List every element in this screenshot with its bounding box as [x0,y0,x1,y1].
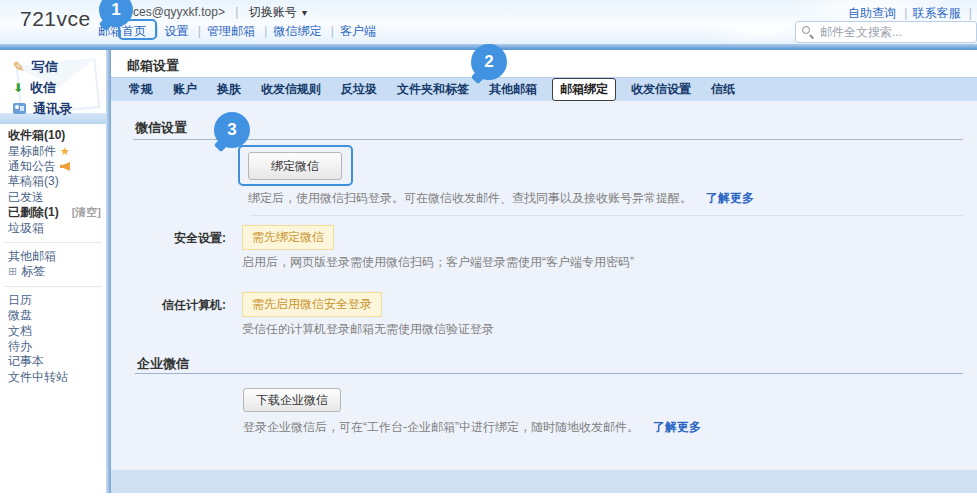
nav-manage-mailbox[interactable]: 管理邮箱 [192,24,255,38]
folder-list: 收件箱(10) 星标邮件 ★ 通知公告 草稿箱(3) 已发送 已删除(1) [清… [0,128,106,385]
footer-bar [111,470,977,493]
folder-deleted[interactable]: 已删除(1) [清空] [0,205,106,220]
link-help-center[interactable]: 帮助中心 [964,6,977,20]
account-row: ces@qyyxkf.top> | 切换账号 ▾ [133,4,307,21]
wechat-section-title: 微信设置 [135,119,187,137]
contacts-button[interactable]: 通讯录 [0,98,106,119]
tab-mail-rules[interactable]: 收发信规则 [256,79,326,100]
folder-junk-label: 垃圾箱 [8,220,44,237]
security-settings-label: 安全设置: [131,230,226,247]
sidebar-item-disk[interactable]: 微盘 [0,308,106,323]
clear-deleted-button[interactable]: [清空] [72,205,101,220]
folder-announcements[interactable]: 通知公告 [0,159,106,174]
sidebar-item-notebook[interactable]: 记事本 [0,354,106,369]
folder-tags[interactable]: ⊞ 标签 [0,264,106,279]
separator: | [235,5,238,19]
speaker-icon [60,162,70,171]
section-underline [133,139,963,140]
step-3-badge: 3 [214,112,250,148]
pencil-icon: ✎ [13,60,25,74]
folder-other-mailbox[interactable]: 其他邮箱 [0,249,106,264]
chevron-down-icon: ▾ [302,7,307,18]
tab-folders-tags[interactable]: 文件夹和标签 [392,79,474,100]
expand-icon: ⊞ [8,265,17,278]
folder-sent[interactable]: 已发送 [0,190,106,205]
wechat-learn-more-link[interactable]: 了解更多 [706,191,754,205]
link-contact-support[interactable]: 联系客服 [899,6,960,20]
page-title: 邮箱设置 [127,57,179,75]
tab-mailbox-binding[interactable]: 邮箱绑定 [552,78,616,101]
folder-junk[interactable]: 垃圾箱 [0,220,106,235]
nav-client[interactable]: 客户端 [325,24,376,38]
settings-tabbar: 常规 账户 换肤 收发信规则 反垃圾 文件夹和标签 其他邮箱 邮箱绑定 收发信设… [111,77,977,101]
sidebar: ✎ 写信 ⬇ 收信 通讯录 收件箱(10) 星标邮件 ★ 通知公告 [0,50,106,493]
trusted-status-badge: 需先启用微信安全登录 [242,292,382,317]
brand-logo: 721vce [20,7,91,31]
folder-drafts[interactable]: 草稿箱(3) [0,174,106,189]
compose-label: 写信 [32,58,58,76]
divider [4,242,102,243]
compose-mail-button[interactable]: ✎ 写信 [0,56,106,77]
search-icon [802,26,810,34]
divider [4,286,102,287]
enterprise-desc: 登录企业微信后，可在“工作台-企业邮箱”中进行绑定，随时随地收发邮件。了解更多 [243,419,701,436]
security-desc: 启用后，网页版登录需使用微信扫码；客户端登录需使用“客户端专用密码” [242,254,634,271]
sidebar-item-docs[interactable]: 文档 [0,323,106,338]
tab-skin[interactable]: 换肤 [212,79,246,100]
tab-send-receive[interactable]: 收发信设置 [626,79,696,100]
folder-tags-label: 标签 [21,263,45,280]
transfer-label: 文件中转站 [8,369,68,386]
nav-wechat-bind[interactable]: 微信绑定 [258,24,321,38]
tab-general[interactable]: 常规 [124,79,158,100]
sidebar-item-calendar[interactable]: 日历 [0,293,106,308]
divider [250,215,963,216]
tab-antispam[interactable]: 反垃圾 [336,79,382,100]
link-self-service[interactable]: 自助查询 [848,6,896,20]
tab-stationery[interactable]: 信纸 [706,79,740,100]
download-enterprise-wechat-button[interactable]: 下载企业微信 [243,388,341,412]
switch-account-link[interactable]: 切换账号 [249,5,297,19]
search-input[interactable] [795,21,977,43]
trusted-computer-label: 信任计算机: [131,297,226,314]
title-strip: 邮箱设置 [111,50,977,77]
account-email: ces@qyyxkf.top> [133,5,225,19]
section-underline [135,373,963,374]
inbox-arrow-icon: ⬇ [13,82,23,94]
receive-label: 收信 [30,79,56,97]
contacts-label: 通讯录 [33,100,72,118]
step-3-highlight-box [238,145,353,186]
sidebar-item-transfer[interactable]: 文件中转站 [0,369,106,384]
trusted-desc: 受信任的计算机登录邮箱无需使用微信验证登录 [242,321,494,338]
folder-inbox[interactable]: 收件箱(10) [0,128,106,143]
tab-account[interactable]: 账户 [168,79,202,100]
quick-links: 自助查询 联系客服 帮助中心 退 [848,5,977,22]
wechat-desc: 绑定后，使用微信扫码登录。可在微信收发邮件、查找同事以及接收账号异常提醒。了解更… [248,190,754,207]
mail-settings-page: 721vce ces@qyyxkf.top> | 切换账号 ▾ 邮箱首页 设置 … [0,0,977,500]
wechat-desc-text: 绑定后，使用微信扫码登录。可在微信收发邮件、查找同事以及接收账号异常提醒。 [248,191,692,205]
compose-panel: ✎ 写信 ⬇ 收信 通讯录 [0,56,106,119]
enterprise-desc-text: 登录企业微信后，可在“工作台-企业邮箱”中进行绑定，随时随地收发邮件。 [243,420,639,434]
folder-starred[interactable]: 星标邮件 ★ [0,143,106,158]
contact-card-icon [13,103,26,114]
sidebar-item-todo[interactable]: 待办 [0,339,106,354]
star-icon: ★ [60,145,70,158]
security-status-badge: 需先绑定微信 [242,225,334,250]
step-2-badge: 2 [471,44,507,80]
enterprise-learn-more-link[interactable]: 了解更多 [653,420,701,434]
tab-other-mailbox[interactable]: 其他邮箱 [484,79,542,100]
enterprise-section-title: 企业微信 [137,355,189,373]
receive-mail-button[interactable]: ⬇ 收信 [0,77,106,98]
